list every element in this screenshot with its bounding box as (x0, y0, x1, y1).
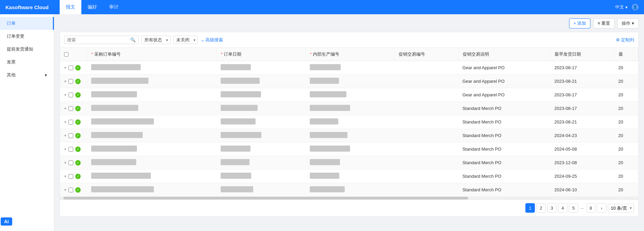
last-col-cell: 20 (614, 102, 638, 115)
closed-filter-wrapper: 未关闭 (173, 36, 198, 44)
promo-trade-desc-cell: Standard Merch PO (458, 142, 550, 156)
sidebar-item-order-changes[interactable]: 订单变更 (0, 30, 54, 43)
page-btn-4[interactable]: 4 (558, 203, 567, 213)
row-checkbox[interactable] (68, 147, 73, 152)
page-size-select[interactable]: 10 条/页 20 条/页 50 条/页 (608, 204, 634, 212)
row-expand-btn[interactable]: + (64, 133, 66, 138)
table-row: + ✓ Standard Merch PO2023-12-0820 (60, 156, 638, 170)
nav-item-reports[interactable]: 报文 (60, 0, 81, 14)
row-checkbox[interactable] (68, 188, 73, 192)
page-btn-8[interactable]: 8 (586, 203, 596, 213)
page-btn-2[interactable]: 2 (536, 203, 546, 213)
search-box[interactable]: 🔍 (64, 36, 139, 44)
table-scroll[interactable]: 采购订单编号 订单日期 内部生产编号 促销交易编号 促销交易说明 最早发货日期 … (60, 48, 638, 197)
page-btn-1[interactable]: 1 (525, 203, 535, 213)
row-checkbox[interactable] (68, 65, 73, 70)
status-icon: ✓ (75, 187, 81, 193)
row-checkbox[interactable] (68, 120, 73, 124)
sidebar-item-invoice[interactable]: 发票 (0, 56, 54, 69)
promo-trade-desc-cell: Standard Merch PO (458, 183, 550, 197)
last-col-cell: 20 (614, 129, 638, 142)
internal-prod-cell (310, 105, 350, 111)
sidebar: 订单 订单变更 提前发货通知 发票 其他 ▾ (0, 14, 54, 231)
nav-item-audit[interactable]: 审计 (103, 0, 125, 14)
status-icon: ✓ (75, 92, 81, 98)
last-col-cell: 20 (614, 170, 638, 183)
row-expand-btn[interactable]: + (64, 160, 66, 165)
promo-trade-desc-cell: Standard Merch PO (458, 170, 550, 183)
row-expand-btn[interactable]: + (64, 174, 66, 179)
promo-trade-number-cell (395, 102, 458, 115)
lang-selector[interactable]: 中文 ▾ (615, 4, 628, 10)
th-internal-prod-number: 内部生产编号 (306, 48, 395, 61)
nav-items: 报文 偏好 审计 (60, 0, 615, 14)
row-checkbox[interactable] (68, 133, 73, 138)
internal-prod-cell (310, 91, 346, 97)
row-expand-btn[interactable]: + (64, 120, 66, 124)
order-date-cell (221, 105, 258, 111)
last-col-cell: 20 (614, 88, 638, 102)
po-number-cell (91, 173, 151, 179)
table-row: + ✓ Standard Merch PO2024-06-1020 (60, 183, 638, 197)
sidebar-item-other[interactable]: 其他 ▾ (0, 69, 54, 81)
status-icon: ✓ (75, 174, 81, 179)
action-button[interactable]: 操作 ▾ (617, 18, 639, 28)
status-icon: ✓ (75, 65, 81, 71)
customize-columns-btn[interactable]: ⚙ 定制列 (616, 37, 634, 43)
page-next-btn[interactable]: › (597, 203, 606, 213)
row-checkbox[interactable] (68, 174, 73, 179)
row-expand-btn[interactable]: + (64, 79, 66, 84)
select-all-checkbox[interactable] (64, 52, 68, 57)
sidebar-item-orders[interactable]: 订单 (0, 17, 54, 30)
table-row: + ✓ Gear and Apparel PO2023-08-1720 (60, 61, 638, 75)
pagination: 1 2 3 4 5 ··· 8 › 10 条/页 20 条/页 50 条/页 (60, 199, 638, 216)
table-row: + ✓ Gear and Apparel PO2023-08-2120 (60, 75, 638, 88)
ship-date-cell: 2024-09-25 (550, 170, 614, 183)
row-checkbox[interactable] (68, 106, 73, 111)
row-expand-btn[interactable]: + (64, 188, 66, 192)
order-date-cell (221, 159, 249, 165)
internal-prod-cell (310, 186, 345, 192)
table-header-row: 采购订单编号 订单日期 内部生产编号 促销交易编号 促销交易说明 最早发货日期 … (60, 48, 638, 61)
toolbar: + 添加 ≡ 重置 操作 ▾ (60, 18, 639, 28)
user-avatar[interactable]: 👤 (632, 4, 639, 11)
row-checkbox[interactable] (68, 160, 73, 165)
po-number-cell (91, 91, 137, 97)
row-expand-btn[interactable]: + (64, 106, 66, 111)
settings-icon: ⚙ (616, 37, 620, 42)
nav-item-preferences[interactable]: 偏好 (81, 0, 103, 14)
last-col-cell: 20 (614, 156, 638, 170)
promo-trade-desc-cell: Gear and Apparel PO (458, 75, 550, 88)
row-checkbox[interactable] (68, 79, 73, 84)
search-input[interactable] (67, 37, 128, 42)
closed-filter[interactable]: 未关闭 (173, 36, 198, 44)
last-col-cell: 20 (614, 183, 638, 197)
add-button[interactable]: + 添加 (569, 18, 590, 28)
po-number-cell (91, 105, 138, 111)
scrollbar-thumb[interactable] (63, 197, 468, 199)
page-btn-5[interactable]: 5 (569, 203, 578, 213)
horizontal-scrollbar[interactable] (60, 197, 638, 199)
row-expand-btn[interactable]: + (64, 93, 66, 97)
table-container: 🔍 所有状态 未关闭 ⌄ 高级搜索 ⚙ (60, 32, 639, 216)
row-expand-btn[interactable]: + (64, 147, 66, 152)
th-actions (60, 48, 87, 61)
table-row: + ✓ Standard Merch PO2023-08-1720 (60, 102, 638, 115)
order-date-cell (221, 186, 254, 192)
internal-prod-cell (310, 118, 338, 124)
promo-trade-desc-cell: Standard Merch PO (458, 102, 550, 115)
promo-trade-desc-cell: Standard Merch PO (458, 129, 550, 142)
ai-badge[interactable]: Ai (1, 217, 12, 226)
ship-date-cell: 2024-05-08 (550, 142, 614, 156)
advanced-search-btn[interactable]: ⌄ 高级搜索 (201, 37, 223, 43)
page-btn-3[interactable]: 3 (547, 203, 557, 213)
row-checkbox[interactable] (68, 93, 73, 97)
row-expand-btn[interactable]: + (64, 65, 66, 70)
table-body: + ✓ Gear and Apparel PO2023-08-1720 + ✓ … (60, 61, 638, 197)
order-date-cell (221, 132, 261, 138)
main-layout: 订单 订单变更 提前发货通知 发票 其他 ▾ + 添加 ≡ 重置 操作 ▾ (0, 14, 644, 231)
status-filter[interactable]: 所有状态 (141, 36, 170, 44)
sidebar-item-advance-notice[interactable]: 提前发货通知 (0, 43, 54, 56)
reset-button[interactable]: ≡ 重置 (593, 18, 615, 28)
promo-trade-number-cell (395, 170, 458, 183)
